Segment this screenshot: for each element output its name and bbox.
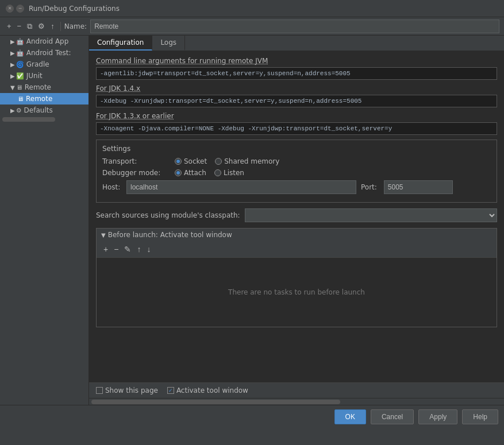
radio-listen[interactable]: Listen (214, 169, 244, 177)
radio-socket[interactable]: Socket (175, 157, 207, 165)
move-config-button[interactable]: ⚙ (36, 21, 47, 32)
sidebar-item-label: Remote (26, 95, 52, 103)
remove-config-button[interactable]: − (15, 21, 24, 32)
junit-icon: ✅ (16, 72, 24, 80)
window-controls[interactable]: ✕ − (6, 5, 24, 13)
main-layout: ▶ 🤖 Android App ▶ 🤖 Android Test: ▶ 🌀 Gr… (0, 36, 504, 405)
classpath-label: Search sources using module's classpath: (96, 211, 240, 219)
debugger-mode-radio-group: Attach Listen (175, 169, 244, 177)
listen-radio-circle[interactable] (214, 169, 221, 176)
attach-label: Attach (184, 169, 206, 177)
sidebar-item-android-app[interactable]: ▶ 🤖 Android App (0, 36, 89, 47)
show-page-label: Show this page (105, 386, 158, 394)
transport-radio-group: Socket Shared memory (175, 157, 279, 165)
toolbar: + − ⧉ ⚙ ↑ Name: (0, 17, 504, 36)
cmd-args-value[interactable]: -agentlib:jdwp=transport=dt_socket,serve… (96, 67, 497, 80)
shared-memory-radio-circle[interactable] (215, 158, 222, 165)
config-body: Command line arguments for running remot… (89, 51, 504, 382)
port-label: Port: (361, 183, 377, 191)
tab-bar: Configuration Logs (89, 36, 504, 51)
shared-memory-label: Shared memory (224, 157, 279, 165)
classpath-row: Search sources using module's classpath: (96, 208, 497, 222)
jdk14-label: For JDK 1.4.x (96, 84, 497, 92)
jdk14-value[interactable]: -Xdebug -Xrunjdwp:transport=dt_socket,se… (96, 95, 497, 107)
gradle-icon: 🌀 (16, 61, 24, 68)
footer: OK Cancel Apply Help (0, 405, 504, 428)
arrow-icon: ▼ (10, 84, 15, 91)
sidebar-item-label: Defaults (24, 106, 53, 114)
settings-title: Settings (102, 145, 491, 153)
before-launch-down-btn[interactable]: ↓ (144, 243, 153, 255)
bottom-checks: Show this page Activate tool window (89, 382, 504, 398)
before-launch-title: Before launch: Activate tool window (108, 231, 232, 239)
android-test-icon: 🤖 (16, 49, 24, 57)
jdk13-value[interactable]: -Xnoagent -Djava.compiler=NONE -Xdebug -… (96, 122, 497, 135)
sidebar: ▶ 🤖 Android App ▶ 🤖 Android Test: ▶ 🌀 Gr… (0, 36, 89, 405)
ok-button[interactable]: OK (334, 409, 366, 424)
sidebar-item-remote-group[interactable]: ▼ 🖥 Remote (0, 82, 89, 93)
sidebar-scrollbar[interactable] (0, 117, 89, 122)
debugger-mode-label: Debugger mode: (102, 169, 166, 177)
name-label: Name: (64, 22, 87, 30)
sidebar-item-label: Gradle (26, 60, 49, 68)
before-launch-up-btn[interactable]: ↑ (134, 243, 143, 255)
content-area: Configuration Logs Command line argument… (89, 36, 504, 405)
listen-label: Listen (224, 169, 244, 177)
config-name-input[interactable] (90, 20, 499, 33)
before-launch-header[interactable]: ▼ Before launch: Activate tool window (97, 229, 497, 241)
host-input[interactable] (126, 180, 356, 194)
window-title: Run/Debug Configurations (29, 5, 120, 13)
before-launch-add-btn[interactable]: + (101, 243, 110, 255)
arrow-icon: ▶ (10, 38, 15, 45)
up-config-button[interactable]: ↑ (48, 21, 57, 32)
radio-attach[interactable]: Attach (175, 169, 206, 177)
socket-label: Socket (184, 157, 207, 165)
debugger-mode-row: Debugger mode: Attach Listen (102, 169, 491, 177)
before-launch-section: ▼ Before launch: Activate tool window + … (96, 228, 497, 327)
sidebar-item-label: Android App (26, 37, 69, 45)
transport-row: Transport: Socket Shared memory (102, 157, 491, 165)
before-launch-edit-btn[interactable]: ✎ (122, 243, 133, 255)
activate-tool-checkbox[interactable] (167, 387, 174, 394)
cmd-args-label: Command line arguments for running remot… (96, 57, 497, 65)
classpath-select[interactable] (245, 208, 497, 222)
jdk13-label: For JDK 1.3.x or earlier (96, 112, 497, 120)
attach-radio-circle[interactable] (175, 169, 182, 176)
arrow-icon: ▶ (10, 107, 15, 114)
host-port-row: Host: Port: (102, 180, 491, 194)
settings-box: Settings Transport: Socket Shared memory (96, 140, 497, 203)
show-page-checkbox[interactable] (96, 387, 103, 394)
tab-logs[interactable]: Logs (152, 36, 185, 51)
defaults-icon: ⚙ (16, 107, 22, 114)
before-launch-toolbar: + − ✎ ↑ ↓ (97, 241, 497, 258)
radio-shared-memory[interactable]: Shared memory (215, 157, 279, 165)
arrow-icon: ▶ (10, 50, 15, 56)
socket-radio-circle[interactable] (175, 158, 182, 165)
show-page-check[interactable]: Show this page (96, 386, 158, 394)
transport-label: Transport: (102, 157, 166, 165)
sidebar-item-defaults[interactable]: ▶ ⚙ Defaults (0, 105, 89, 116)
content-scrollbar[interactable] (89, 398, 504, 405)
add-config-button[interactable]: + (5, 21, 14, 32)
minimize-btn[interactable]: − (16, 5, 24, 13)
help-button[interactable]: Help (462, 409, 498, 424)
before-launch-remove-btn[interactable]: − (111, 243, 121, 255)
arrow-icon: ▶ (10, 73, 15, 79)
arrow-icon: ▶ (10, 61, 15, 68)
scrollbar-thumb (91, 400, 340, 404)
sidebar-item-gradle[interactable]: ▶ 🌀 Gradle (0, 59, 89, 70)
cancel-button[interactable]: Cancel (371, 409, 414, 424)
tab-configuration[interactable]: Configuration (89, 36, 152, 51)
remote-group-icon: 🖥 (16, 84, 22, 91)
sidebar-item-label: Remote (25, 83, 51, 91)
close-btn[interactable]: ✕ (6, 5, 14, 13)
sidebar-item-remote[interactable]: 🖥 Remote (0, 93, 89, 105)
port-input[interactable] (384, 180, 453, 194)
activate-tool-check[interactable]: Activate tool window (167, 386, 248, 394)
apply-button[interactable]: Apply (418, 409, 457, 424)
sidebar-item-label: Android Test: (26, 49, 71, 57)
copy-config-button[interactable]: ⧉ (25, 21, 34, 32)
sidebar-item-android-test[interactable]: ▶ 🤖 Android Test: (0, 47, 89, 59)
sidebar-item-label: JUnit (26, 72, 43, 80)
sidebar-item-junit[interactable]: ▶ ✅ JUnit (0, 70, 89, 82)
